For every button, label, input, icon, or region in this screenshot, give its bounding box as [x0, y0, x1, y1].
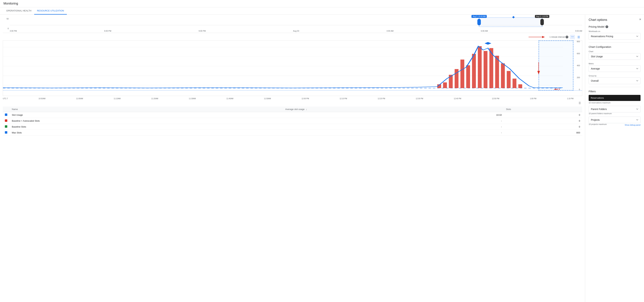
legend-slots-1: 0	[504, 118, 582, 124]
groupby-field-label: Group by	[589, 75, 640, 77]
close-button[interactable]: ×	[639, 17, 641, 21]
x-utc: UTC-7	[3, 98, 8, 100]
sort-arrow-icon: ↓	[306, 108, 307, 111]
legend-avg-0: 10.02	[283, 112, 504, 118]
legend-slots-0: 0	[504, 112, 582, 118]
legend-col-name: Name	[10, 107, 283, 112]
timeline-handle-right[interactable]	[540, 19, 544, 25]
x-1120: 11:20AM	[151, 98, 158, 100]
svg-rect-25	[512, 79, 516, 88]
main-content: 50 0	[0, 15, 644, 302]
x-1200: 12:00 PM	[302, 98, 309, 100]
groupby-field: Group by Overall Project Reservation	[589, 75, 640, 84]
workloads-select[interactable]: Reservations Pricing On-demand Pricing	[589, 33, 640, 40]
debug-panel-link[interactable]: Show debug panel	[625, 124, 640, 126]
chart-config-section-label: Chart Configuration	[589, 45, 640, 48]
app-title: Monitoring	[4, 2, 640, 6]
svg-marker-29	[484, 42, 491, 45]
legend-row-2: Baseline Slots - 0	[3, 124, 582, 130]
timeline-tooltip-right: Aug 3, 1:10 PM	[535, 15, 550, 18]
x-1240: 12:40 PM	[454, 98, 461, 100]
timeline-y-label-50: 50	[3, 18, 9, 20]
chart-y-axis: 800 600 400 200 0	[577, 41, 581, 91]
timeline-section: 50 0	[3, 17, 582, 33]
svg-rect-19	[478, 46, 482, 88]
parent-folders-filter-block: Parent Folders 10 parent folders maximum	[589, 106, 640, 115]
chart-field-label: Chart	[589, 50, 640, 53]
svg-rect-24	[507, 71, 510, 88]
interval-help-icon[interactable]: ?	[566, 36, 568, 38]
density-control[interactable]: ⠿	[3, 101, 582, 105]
timeline-handle-left[interactable]	[477, 19, 481, 25]
pricing-model-section: Pricing Model ?	[589, 25, 640, 28]
swatch-0	[5, 113, 7, 116]
svg-rect-16	[460, 60, 464, 88]
workloads-label: Workloads on	[589, 30, 640, 32]
x-1220: 12:20 PM	[378, 98, 385, 100]
legend-avg-2: -	[283, 124, 504, 130]
metric-field: Metric Average Maximum Minimum	[589, 63, 640, 72]
tl-x-4: 3:00 AM	[386, 30, 394, 32]
reservations-filter-hint: 10 reservations maximum	[589, 102, 640, 104]
legend-name-1: Baseline + Autoscaled Slots	[10, 118, 283, 124]
parent-folders-hint: 10 parent folders maximum	[589, 112, 640, 115]
chart-field: Chart Slot Usage Job Count Bytes Process…	[589, 50, 640, 60]
metric-field-label: Metric	[589, 63, 640, 65]
svg-text:0: 0	[557, 88, 560, 90]
x-100: 1:00 PM	[530, 98, 536, 100]
main-chart-x-axis: UTC-7 10:50AM 11:00AM 11:10AM 11:20AM 11…	[3, 97, 582, 100]
chart-select[interactable]: Slot Usage Job Count Bytes Processed	[589, 53, 640, 60]
tab-operational-health[interactable]: OPERATIONAL HEALTH	[4, 7, 34, 15]
line-chart-button[interactable]: 〰	[570, 35, 575, 39]
pricing-model-help-icon[interactable]: ?	[606, 25, 608, 28]
legend-avg-1: -	[283, 118, 504, 124]
divider-2	[589, 87, 640, 87]
tabs-bar: OPERATIONAL HEALTH RESOURCE UTILIZATION	[0, 7, 644, 15]
metric-select[interactable]: Average Maximum Minimum	[589, 65, 640, 72]
svg-rect-23	[501, 63, 505, 88]
swatch-3	[5, 131, 7, 134]
svg-rect-20	[484, 51, 488, 88]
tab-resource-utilization[interactable]: RESOURCE UTILIZATION	[34, 7, 67, 15]
x-1230: 12:30 PM	[416, 98, 423, 100]
svg-rect-17	[466, 65, 470, 88]
x-1210: 12:10 PM	[340, 98, 347, 100]
projects-hint: 10 projects maximum	[589, 123, 607, 125]
panel-title: Chart options	[589, 18, 640, 22]
legend-slots-3: 800	[504, 130, 582, 136]
divider-1	[589, 42, 640, 43]
parent-folders-select[interactable]: Parent Folders	[589, 106, 640, 112]
main-chart-svg: ★ 0	[3, 41, 582, 96]
legend-name-3: Max Slots	[10, 130, 283, 136]
legend-avg-3: -	[283, 130, 504, 136]
interval-label: 1 minute interval ?	[550, 36, 568, 38]
legend-col-slots: Slots	[504, 107, 582, 112]
x-1150: 11:50AM	[264, 98, 271, 100]
swatch-2	[5, 125, 7, 128]
groupby-select[interactable]: Overall Project Reservation	[589, 78, 640, 84]
legend-table: Name Average slot usage ↓ Slots Slot Usa…	[3, 107, 582, 136]
y-label-200: 200	[577, 77, 580, 79]
swatch-1	[5, 119, 7, 122]
x-1250: 12:50 PM	[492, 98, 500, 100]
svg-rect-18	[472, 54, 476, 88]
timeline-svg	[10, 17, 582, 27]
projects-filter-block: Projects 10 projects maximum Show debug …	[589, 117, 640, 127]
projects-select[interactable]: Projects	[589, 117, 640, 123]
x-1110: 11:10AM	[114, 98, 121, 100]
reservations-filter-block: Reservations 10 reservations maximum	[589, 95, 640, 104]
filters-section-label: Filters	[589, 90, 640, 93]
y-label-800: 800	[577, 41, 580, 43]
svg-rect-26	[518, 84, 522, 88]
x-1050: 10:50AM	[38, 98, 46, 100]
bar-chart-button[interactable]: |||	[577, 35, 581, 39]
legend-col-avg[interactable]: Average slot usage ↓	[283, 107, 504, 112]
y-label-400: 400	[577, 65, 580, 67]
tl-x-0: 3:00 PM	[10, 30, 17, 32]
x-110: 1:10 PM	[567, 98, 574, 100]
legend-name-0: Slot Usage	[10, 112, 283, 118]
workloads-field: Workloads on Reservations Pricing On-dem…	[589, 30, 640, 40]
chart-area: 50 0	[0, 15, 585, 302]
chart-controls-row: 1 minute interval ? 〰 |||	[3, 35, 582, 40]
reservations-filter-bar[interactable]: Reservations	[589, 95, 640, 101]
